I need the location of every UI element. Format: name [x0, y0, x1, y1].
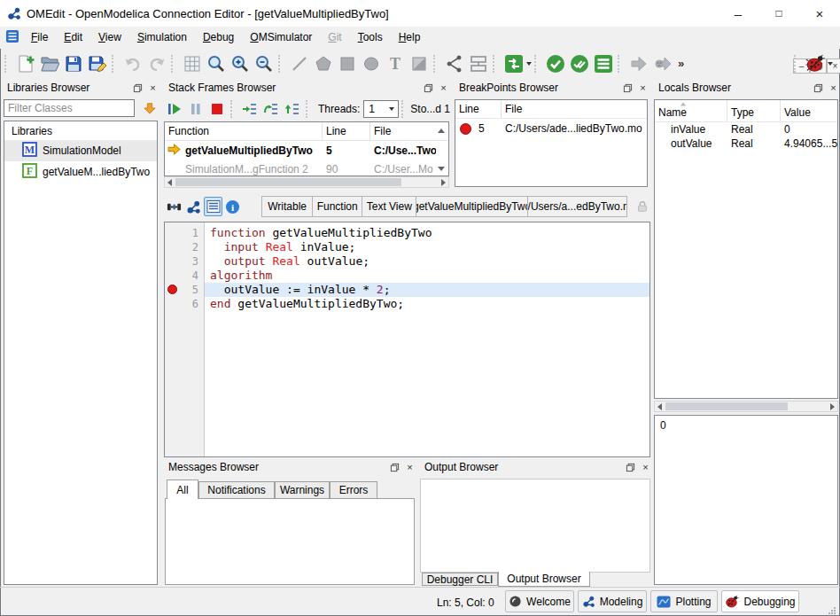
- polygon-shape-icon[interactable]: [311, 51, 335, 75]
- scroll-left-icon[interactable]: [167, 179, 172, 186]
- simulate-with-debugger-button[interactable]: [650, 51, 674, 75]
- resize-grip[interactable]: [828, 605, 836, 616]
- float-panel-icon[interactable]: [812, 82, 825, 94]
- resume-button[interactable]: [164, 98, 185, 120]
- step-over-button[interactable]: [261, 98, 282, 120]
- menu-omsimulator[interactable]: OMSimulator: [242, 27, 320, 49]
- line-shape-icon[interactable]: [287, 51, 311, 75]
- grid-icon[interactable]: [180, 51, 204, 75]
- menu-file[interactable]: File: [23, 27, 56, 49]
- icon-view-button[interactable]: [165, 197, 184, 216]
- breakpoints-table[interactable]: Line File 5 C:/Users/ade...liedByTwo.mo: [455, 99, 648, 187]
- threads-stopped-button[interactable]: Sto...d 1: [410, 103, 450, 115]
- column-header-line[interactable]: Line: [455, 100, 502, 118]
- instantiate-model-button[interactable]: [591, 51, 615, 75]
- threads-combobox[interactable]: 1: [363, 100, 399, 118]
- ellipse-shape-icon[interactable]: [359, 51, 383, 75]
- close-panel-icon[interactable]: ×: [437, 82, 450, 94]
- toolbar-handle[interactable]: [618, 55, 622, 73]
- check-model-button[interactable]: [543, 51, 567, 75]
- menu-edit[interactable]: Edit: [56, 27, 90, 49]
- close-panel-icon[interactable]: ×: [636, 82, 649, 94]
- filter-options-icon[interactable]: [140, 98, 159, 118]
- perspective-debugging[interactable]: Debugging: [721, 590, 799, 612]
- minimize-button[interactable]: –: [718, 0, 758, 27]
- column-header-name[interactable]: Name: [655, 100, 727, 121]
- mdi-child-icon[interactable]: [5, 29, 19, 46]
- stop-button[interactable]: [206, 98, 228, 120]
- float-panel-icon[interactable]: [131, 82, 144, 94]
- scroll-left-icon[interactable]: [657, 403, 662, 410]
- perspective-welcome[interactable]: Welcome: [505, 590, 574, 612]
- simulation-setup-button[interactable]: [502, 51, 525, 75]
- column-header-line[interactable]: Line: [323, 122, 370, 140]
- check-all-models-button[interactable]: [567, 51, 591, 75]
- lock-icon[interactable]: [633, 197, 652, 216]
- column-header-value[interactable]: Value: [781, 100, 838, 121]
- documentation-info-button[interactable]: i: [222, 197, 242, 216]
- zoom-out-button[interactable]: [252, 51, 276, 75]
- simulation-setup-dropdown-icon[interactable]: [526, 62, 532, 66]
- close-panel-icon[interactable]: ×: [146, 82, 159, 94]
- locals-table[interactable]: Name Type Value inValue Real 0 outValue …: [654, 99, 838, 399]
- breakpoint-marker-icon[interactable]: [167, 285, 177, 294]
- column-header-function[interactable]: Function: [165, 122, 323, 140]
- float-panel-icon[interactable]: [624, 461, 637, 473]
- scroll-up-icon[interactable]: [438, 129, 445, 133]
- toolbar-handle[interactable]: [794, 55, 798, 73]
- column-header-type[interactable]: Type: [727, 100, 781, 121]
- toolbar-handle[interactable]: [401, 100, 406, 118]
- output-content[interactable]: [420, 479, 650, 573]
- save-as-button[interactable]: [85, 51, 109, 75]
- scroll-right-icon[interactable]: [441, 179, 446, 186]
- variable-value-viewer[interactable]: 0: [654, 415, 838, 585]
- scrollbar-thumb[interactable]: [175, 178, 401, 186]
- menu-git[interactable]: Git: [320, 27, 349, 49]
- menu-view[interactable]: View: [90, 27, 129, 49]
- transition-mode-icon[interactable]: [466, 51, 490, 75]
- redo-icon[interactable]: [144, 51, 168, 75]
- text-view-button[interactable]: [204, 197, 223, 216]
- toolbar-handle[interactable]: [534, 55, 539, 73]
- toolbar-handle[interactable]: [306, 100, 310, 118]
- code-area[interactable]: function getValueMultipliedByTwo input R…: [205, 222, 649, 456]
- float-panel-icon[interactable]: [422, 82, 435, 94]
- text-shape-icon[interactable]: T: [383, 51, 407, 75]
- column-header-file[interactable]: File: [502, 100, 648, 118]
- toolbar-handle[interactable]: [112, 55, 116, 73]
- menu-debug[interactable]: Debug: [195, 27, 242, 49]
- new-model-button[interactable]: [13, 51, 37, 75]
- close-panel-icon[interactable]: ×: [639, 461, 652, 473]
- close-panel-icon[interactable]: ×: [827, 82, 840, 94]
- menu-help[interactable]: Help: [391, 27, 429, 49]
- editor-gutter[interactable]: 1 2 3 4 5 6: [165, 222, 205, 456]
- stack-frames-table[interactable]: Function Line File getValueMultipliedByT…: [164, 121, 449, 176]
- tab-debugger-cli[interactable]: Debugger CLI: [422, 573, 498, 586]
- save-button[interactable]: [61, 51, 85, 75]
- tab-all[interactable]: All: [167, 480, 198, 499]
- debug-dropdown-icon[interactable]: [828, 62, 833, 66]
- local-variable-row[interactable]: inValue Real 0: [655, 122, 837, 136]
- filter-classes-input[interactable]: [4, 99, 135, 117]
- perspective-modeling[interactable]: Modeling: [578, 590, 647, 612]
- open-file-button[interactable]: [37, 51, 61, 75]
- stack-frame-row-current[interactable]: getValueMultipliedByTwo 5 C:/Use...Two: [165, 141, 448, 160]
- toolbar-handle[interactable]: [433, 55, 438, 73]
- toolbar-handle[interactable]: [4, 55, 9, 73]
- zoom-fit-button[interactable]: [204, 51, 228, 75]
- library-item-simulationmodel[interactable]: M SimulationModel: [4, 140, 157, 161]
- diagram-view-button[interactable]: [184, 197, 204, 216]
- scroll-right-icon[interactable]: [830, 403, 835, 410]
- breakpoint-row[interactable]: 5 C:/Users/ade...liedByTwo.mo: [455, 119, 647, 138]
- local-variable-row[interactable]: outValue Real 4.94065...5: [655, 136, 837, 151]
- toolbar-handle[interactable]: [171, 55, 175, 73]
- float-panel-icon[interactable]: [388, 461, 401, 473]
- menu-tools[interactable]: Tools: [350, 27, 391, 49]
- stack-frame-row[interactable]: SimulationM...gFunction 2 90 C:/User...M…: [165, 160, 448, 176]
- writable-button[interactable]: Writable: [261, 196, 313, 217]
- close-panel-icon[interactable]: ×: [403, 461, 416, 473]
- maximize-button[interactable]: □: [758, 0, 799, 27]
- perspective-plotting[interactable]: Plotting: [650, 590, 718, 612]
- toolbar-handle[interactable]: [278, 55, 283, 73]
- tab-notifications[interactable]: Notifications: [198, 481, 275, 499]
